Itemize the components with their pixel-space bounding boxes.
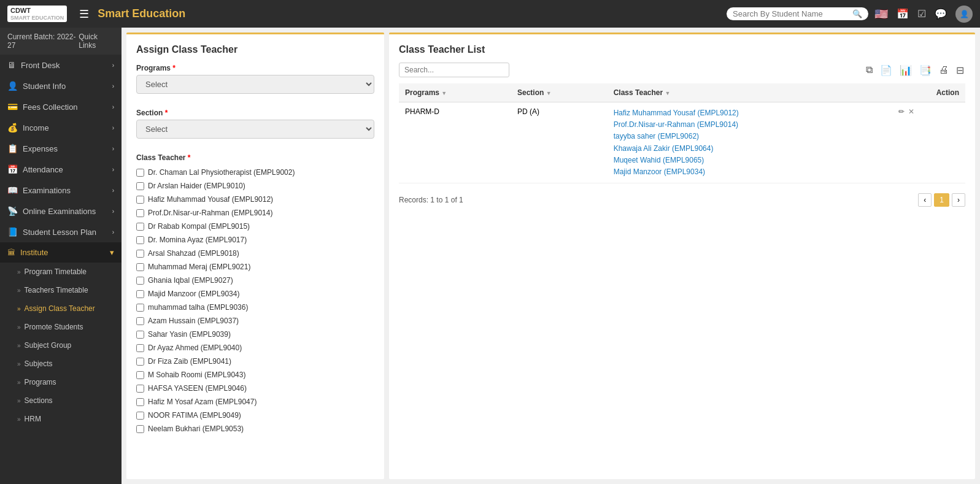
subitem-label: Assign Class Teacher [25, 304, 95, 313]
teacher-link[interactable]: Hafiz Muhammad Yousaf (EMPL9012) [614, 107, 886, 119]
sidebar-item-online-examinations[interactable]: 📡 Online Examinations › [0, 201, 122, 221]
col-programs: Programs ▼ [399, 83, 511, 102]
sidebar-item-sections[interactable]: » Sections [0, 391, 122, 410]
chevron-icon: › [112, 104, 114, 110]
sidebar-item-expenses[interactable]: 📋 Expenses › [0, 138, 122, 159]
teacher-link[interactable]: Majid Manzoor (EMPL9034) [614, 166, 886, 178]
teacher-link[interactable]: tayyba saher (EMPL9062) [614, 131, 886, 142]
copy-icon[interactable]: ⧉ [865, 63, 874, 77]
arrow-icon: » [17, 416, 21, 423]
teacher-item: HAFSA YASEEN (EMPL9046) [136, 383, 374, 394]
section-select[interactable]: Select [136, 120, 374, 139]
teacher-checkbox[interactable] [136, 398, 144, 406]
sidebar-item-label: Attendance [23, 165, 107, 174]
arrow-icon: » [17, 398, 21, 404]
sidebar-item-fees-collection[interactable]: 💳 Fees Collection › [0, 96, 122, 117]
sidebar-item-label: Online Examinations [23, 207, 107, 216]
teacher-checkbox[interactable] [136, 385, 144, 393]
teacher-checkbox[interactable] [136, 223, 144, 231]
sidebar-item-subject-group[interactable]: » Subject Group [0, 336, 122, 355]
teacher-checkbox[interactable] [136, 317, 144, 325]
programs-select[interactable]: Select [136, 75, 374, 94]
teacher-checkbox[interactable] [136, 236, 144, 244]
columns-icon[interactable]: ⊟ [955, 63, 965, 77]
avatar[interactable]: 👤 [955, 6, 973, 23]
teacher-checkbox[interactable] [136, 196, 144, 204]
teacher-checkbox[interactable] [136, 250, 144, 258]
table-row: PHARM-D PD (A) Hafiz Muhammad Yousaf (EM… [399, 102, 965, 183]
teacher-checkbox[interactable] [136, 344, 144, 352]
cell-program: PHARM-D [399, 102, 511, 183]
teacher-item: Hafiz Muhammad Yousaf (EMPL9012) [136, 194, 374, 205]
tasks-icon[interactable]: ☑ [917, 8, 926, 20]
subitem-label: Sections [25, 396, 53, 405]
teacher-link[interactable]: Khawaja Ali Zakir (EMPL9064) [614, 143, 886, 155]
logo: CDWT SMART EDUCATION [7, 6, 67, 23]
class-teacher-label: Class Teacher * [136, 153, 374, 162]
teacher-checkbox[interactable] [136, 425, 144, 433]
delete-button[interactable]: ✕ [908, 107, 914, 116]
sidebar-item-income[interactable]: 💰 Income › [0, 117, 122, 138]
sidebar-item-label: Student Info [23, 82, 107, 91]
calendar-icon[interactable]: 📅 [897, 8, 909, 20]
whatsapp-icon[interactable]: 💬 [935, 8, 947, 20]
teacher-item: Sahar Yasin (EMPL9039) [136, 329, 374, 340]
sidebar-item-assign-class-teacher[interactable]: » Assign Class Teacher [0, 299, 122, 318]
teacher-checkbox[interactable] [136, 209, 144, 217]
subitem-label: Programs [25, 378, 56, 386]
sidebar-item-promote-students[interactable]: » Promote Students [0, 318, 122, 336]
quick-links-label: Quick Links [79, 33, 114, 50]
assign-class-teacher-panel: Assign Class Teacher Programs * Select S… [126, 33, 384, 479]
excel-icon[interactable]: 📊 [898, 63, 913, 77]
teacher-item: Ghania Iqbal (EMPL9027) [136, 275, 374, 286]
teacher-checkbox[interactable] [136, 290, 144, 298]
print-icon[interactable]: 🖨 [938, 63, 950, 77]
teacher-item: NOOR FATIMA (EMPL9049) [136, 410, 374, 421]
teacher-link[interactable]: Prof.Dr.Nisar-ur-Rahman (EMPL9014) [614, 119, 886, 131]
sidebar-section-institute[interactable]: 🏛 Institute ▾ [0, 242, 122, 263]
sidebar-item-programs[interactable]: » Programs [0, 373, 122, 391]
sidebar-item-student-lesson-plan[interactable]: 📘 Student Lesson Plan › [0, 221, 122, 242]
sidebar-item-hrm[interactable]: » HRM [0, 410, 122, 428]
csv-icon[interactable]: 📄 [879, 63, 893, 77]
pdf-icon[interactable]: 📑 [918, 63, 933, 77]
search-icon: 🔍 [852, 9, 862, 18]
teacher-checkbox[interactable] [136, 331, 144, 339]
table-search-input[interactable] [399, 63, 509, 77]
sidebar-item-teachers-timetable[interactable]: » Teachers Timetable [0, 281, 122, 299]
sidebar-item-label: Income [23, 123, 107, 133]
page-1-button[interactable]: 1 [934, 193, 949, 207]
sidebar-item-program-timetable[interactable]: » Program Timetable [0, 263, 122, 281]
programs-label: Programs * [136, 64, 374, 72]
teacher-checkbox[interactable] [136, 263, 144, 271]
col-section: Section ▼ [511, 83, 608, 102]
front-desk-icon: 🖥 [7, 60, 16, 70]
teacher-checkbox[interactable] [136, 358, 144, 366]
arrow-icon: » [17, 287, 21, 294]
flag-icon[interactable]: 🇺🇸 [874, 7, 888, 21]
teacher-checkbox[interactable] [136, 371, 144, 379]
sidebar-item-attendance[interactable]: 📅 Attendance › [0, 159, 122, 180]
table-search [399, 63, 509, 77]
student-info-icon: 👤 [7, 81, 18, 91]
sidebar-item-examinations[interactable]: 📖 Examinations › [0, 180, 122, 201]
teacher-checkbox[interactable] [136, 304, 144, 312]
sidebar-item-student-info[interactable]: 👤 Student Info › [0, 75, 122, 96]
teacher-checkbox[interactable] [136, 412, 144, 420]
teacher-checkbox[interactable] [136, 169, 144, 177]
edit-button[interactable]: ✏ [898, 107, 905, 116]
hamburger-button[interactable]: ☰ [79, 7, 89, 21]
main-layout: Current Batch: 2022-27 Quick Links 🖥 Fro… [0, 28, 980, 484]
chevron-icon: › [112, 187, 114, 194]
sidebar-item-subjects[interactable]: » Subjects [0, 355, 122, 373]
teacher-link[interactable]: Muqeet Wahid (EMPL9065) [614, 155, 886, 166]
teacher-checkbox[interactable] [136, 277, 144, 285]
prev-page-button[interactable]: ‹ [918, 193, 932, 207]
form-title: Assign Class Teacher [136, 44, 374, 55]
teacher-item: Dr. Chaman Lal Physiotherapist (EMPL9002… [136, 167, 374, 178]
sidebar-item-front-desk[interactable]: 🖥 Front Desk › [0, 55, 122, 75]
search-input[interactable] [733, 9, 849, 18]
next-page-button[interactable]: › [952, 193, 965, 207]
chevron-icon: › [112, 166, 114, 173]
teacher-checkbox[interactable] [136, 182, 144, 190]
